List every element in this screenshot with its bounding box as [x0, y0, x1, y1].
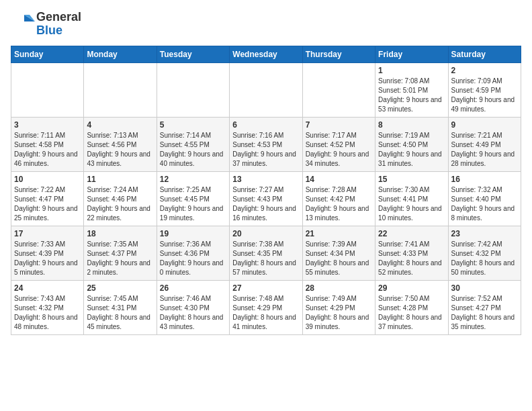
day-cell: 18Sunrise: 7:35 AMSunset: 4:37 PMDayligh… [84, 226, 157, 280]
day-info: Sunrise: 7:38 AMSunset: 4:35 PMDaylight:… [232, 240, 299, 277]
logo-blue-text: Blue [36, 24, 81, 38]
day-info: Sunrise: 7:27 AMSunset: 4:43 PMDaylight:… [232, 185, 299, 223]
day-info: Sunrise: 7:13 AMSunset: 4:56 PMDaylight:… [87, 131, 153, 169]
day-number: 22 [378, 229, 445, 238]
day-info: Sunrise: 7:33 AMSunset: 4:39 PMDaylight:… [14, 240, 81, 277]
day-cell: 13Sunrise: 7:27 AMSunset: 4:43 PMDayligh… [230, 171, 302, 226]
day-info: Sunrise: 7:19 AMSunset: 4:50 PMDaylight:… [378, 131, 445, 169]
day-info: Sunrise: 7:14 AMSunset: 4:55 PMDaylight:… [160, 131, 226, 169]
day-number: 26 [160, 283, 226, 293]
day-info: Sunrise: 7:16 AMSunset: 4:53 PMDaylight:… [232, 131, 299, 169]
day-info: Sunrise: 7:41 AMSunset: 4:33 PMDaylight:… [378, 240, 445, 277]
day-info: Sunrise: 7:36 AMSunset: 4:36 PMDaylight:… [160, 240, 226, 277]
day-number: 28 [306, 283, 372, 293]
day-number: 30 [451, 283, 518, 293]
day-cell: 7Sunrise: 7:17 AMSunset: 4:52 PMDaylight… [302, 117, 375, 171]
day-info: Sunrise: 7:49 AMSunset: 4:29 PMDaylight:… [306, 294, 372, 332]
day-info: Sunrise: 7:39 AMSunset: 4:34 PMDaylight:… [306, 240, 372, 277]
day-cell: 21Sunrise: 7:39 AMSunset: 4:34 PMDayligh… [302, 226, 375, 280]
page-header: General Blue [11, 11, 521, 38]
day-cell: 22Sunrise: 7:41 AMSunset: 4:33 PMDayligh… [375, 226, 448, 280]
day-cell: 28Sunrise: 7:49 AMSunset: 4:29 PMDayligh… [302, 280, 375, 334]
logo-general-text: General [36, 11, 81, 24]
day-number: 20 [232, 229, 299, 238]
day-number: 25 [87, 283, 153, 293]
day-number: 5 [160, 120, 226, 130]
day-cell: 4Sunrise: 7:13 AMSunset: 4:56 PMDaylight… [84, 117, 157, 171]
logo-bird-icon [11, 12, 35, 36]
day-cell: 8Sunrise: 7:19 AMSunset: 4:50 PMDaylight… [375, 117, 448, 171]
day-number: 3 [14, 120, 81, 130]
day-number: 29 [378, 283, 445, 293]
day-number: 21 [306, 229, 372, 238]
day-number: 14 [306, 175, 372, 184]
day-number: 15 [378, 175, 445, 184]
day-number: 12 [160, 175, 226, 184]
col-header-thursday: Thursday [302, 46, 375, 62]
day-number: 18 [87, 229, 153, 238]
col-header-sunday: Sunday [11, 46, 84, 62]
day-cell: 1Sunrise: 7:08 AMSunset: 5:01 PMDaylight… [375, 62, 448, 117]
day-cell: 20Sunrise: 7:38 AMSunset: 4:35 PMDayligh… [230, 226, 302, 280]
day-cell [157, 62, 229, 117]
day-number: 1 [378, 66, 445, 75]
day-cell: 5Sunrise: 7:14 AMSunset: 4:55 PMDaylight… [157, 117, 229, 171]
week-row-1: 1Sunrise: 7:08 AMSunset: 5:01 PMDaylight… [11, 62, 521, 117]
day-cell: 16Sunrise: 7:32 AMSunset: 4:40 PMDayligh… [448, 171, 521, 226]
day-cell: 26Sunrise: 7:46 AMSunset: 4:30 PMDayligh… [157, 280, 229, 334]
day-cell: 14Sunrise: 7:28 AMSunset: 4:42 PMDayligh… [302, 171, 375, 226]
week-row-2: 3Sunrise: 7:11 AMSunset: 4:58 PMDaylight… [11, 117, 521, 171]
day-info: Sunrise: 7:43 AMSunset: 4:32 PMDaylight:… [14, 294, 81, 332]
day-cell: 30Sunrise: 7:52 AMSunset: 4:27 PMDayligh… [448, 280, 521, 334]
day-info: Sunrise: 7:50 AMSunset: 4:28 PMDaylight:… [378, 294, 445, 332]
day-number: 4 [87, 120, 153, 130]
day-info: Sunrise: 7:22 AMSunset: 4:47 PMDaylight:… [14, 185, 81, 223]
day-number: 16 [451, 175, 518, 184]
day-info: Sunrise: 7:11 AMSunset: 4:58 PMDaylight:… [14, 131, 81, 169]
col-header-saturday: Saturday [448, 46, 521, 62]
day-number: 11 [87, 175, 153, 184]
logo-container: General Blue [11, 11, 81, 38]
day-info: Sunrise: 7:17 AMSunset: 4:52 PMDaylight:… [306, 131, 372, 169]
day-info: Sunrise: 7:45 AMSunset: 4:31 PMDaylight:… [87, 294, 153, 332]
day-number: 7 [306, 120, 372, 130]
day-number: 6 [232, 120, 299, 130]
day-info: Sunrise: 7:46 AMSunset: 4:30 PMDaylight:… [160, 294, 226, 332]
day-number: 13 [232, 175, 299, 184]
calendar-table: SundayMondayTuesdayWednesdayThursdayFrid… [11, 46, 521, 335]
day-info: Sunrise: 7:24 AMSunset: 4:46 PMDaylight:… [87, 185, 153, 223]
week-row-4: 17Sunrise: 7:33 AMSunset: 4:39 PMDayligh… [11, 226, 521, 280]
day-info: Sunrise: 7:08 AMSunset: 5:01 PMDaylight:… [378, 77, 445, 114]
day-number: 8 [378, 120, 445, 130]
day-info: Sunrise: 7:52 AMSunset: 4:27 PMDaylight:… [451, 294, 518, 332]
col-header-monday: Monday [84, 46, 157, 62]
day-number: 19 [160, 229, 226, 238]
day-number: 27 [232, 283, 299, 293]
day-cell: 27Sunrise: 7:48 AMSunset: 4:29 PMDayligh… [230, 280, 302, 334]
day-cell: 12Sunrise: 7:25 AMSunset: 4:45 PMDayligh… [157, 171, 229, 226]
day-number: 10 [14, 175, 81, 184]
day-cell: 9Sunrise: 7:21 AMSunset: 4:49 PMDaylight… [448, 117, 521, 171]
day-info: Sunrise: 7:48 AMSunset: 4:29 PMDaylight:… [232, 294, 299, 332]
day-info: Sunrise: 7:21 AMSunset: 4:49 PMDaylight:… [451, 131, 518, 169]
day-cell [11, 62, 84, 117]
day-cell: 23Sunrise: 7:42 AMSunset: 4:32 PMDayligh… [448, 226, 521, 280]
day-cell: 2Sunrise: 7:09 AMSunset: 4:59 PMDaylight… [448, 62, 521, 117]
day-info: Sunrise: 7:35 AMSunset: 4:37 PMDaylight:… [87, 240, 153, 277]
day-cell [84, 62, 157, 117]
day-info: Sunrise: 7:25 AMSunset: 4:45 PMDaylight:… [160, 185, 226, 223]
day-info: Sunrise: 7:42 AMSunset: 4:32 PMDaylight:… [451, 240, 518, 277]
day-cell: 19Sunrise: 7:36 AMSunset: 4:36 PMDayligh… [157, 226, 229, 280]
day-info: Sunrise: 7:32 AMSunset: 4:40 PMDaylight:… [451, 185, 518, 223]
day-info: Sunrise: 7:09 AMSunset: 4:59 PMDaylight:… [451, 77, 518, 114]
day-cell: 15Sunrise: 7:30 AMSunset: 4:41 PMDayligh… [375, 171, 448, 226]
day-cell: 10Sunrise: 7:22 AMSunset: 4:47 PMDayligh… [11, 171, 84, 226]
day-cell [302, 62, 375, 117]
day-cell: 25Sunrise: 7:45 AMSunset: 4:31 PMDayligh… [84, 280, 157, 334]
day-number: 17 [14, 229, 81, 238]
week-row-3: 10Sunrise: 7:22 AMSunset: 4:47 PMDayligh… [11, 171, 521, 226]
day-info: Sunrise: 7:28 AMSunset: 4:42 PMDaylight:… [306, 185, 372, 223]
day-number: 23 [451, 229, 518, 238]
col-header-wednesday: Wednesday [230, 46, 302, 62]
day-number: 2 [451, 66, 518, 75]
